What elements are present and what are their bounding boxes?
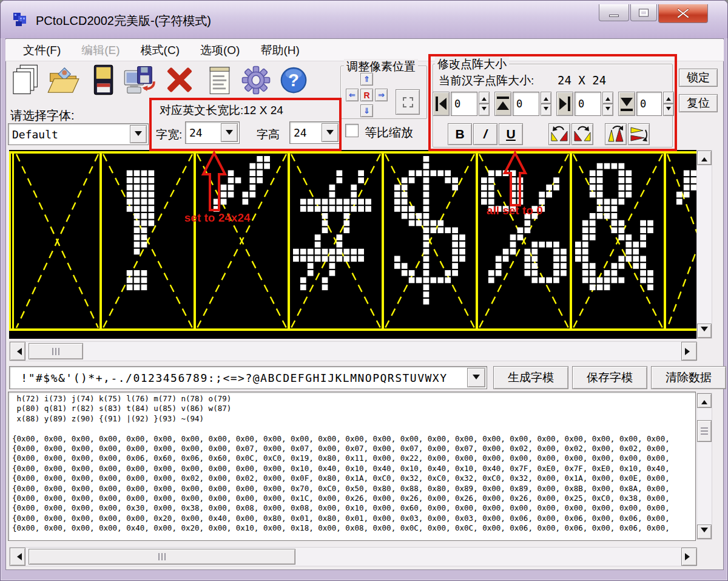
menu-mode[interactable]: 模式(C) <box>130 40 190 61</box>
char-width-value: 24 <box>186 126 220 139</box>
spin-down-button[interactable] <box>663 104 674 116</box>
scroll-left-button[interactable] <box>10 548 25 566</box>
save-font-button[interactable]: 保存字模 <box>572 366 647 389</box>
new-file-icon[interactable] <box>8 63 41 98</box>
char-height-label: 字高 <box>257 127 280 143</box>
rotate-left-button[interactable] <box>548 123 570 145</box>
flip-horizontal-button[interactable] <box>628 123 650 145</box>
output-hscrollbar[interactable] <box>9 547 696 566</box>
up-arrow-icon: ⇑ <box>363 75 370 84</box>
glyph-preview-grid[interactable] <box>9 150 696 339</box>
move-right-button[interactable]: ⇒ <box>375 89 388 101</box>
move-down-button[interactable]: ⇓ <box>360 104 373 117</box>
scrollbar-thumb[interactable] <box>697 420 712 442</box>
chevron-down-icon <box>135 131 142 140</box>
rotate-right-button[interactable] <box>571 123 593 145</box>
preview-vscrollbar[interactable] <box>696 150 712 339</box>
current-size-value: 24 X 24 <box>558 73 606 87</box>
right-edge-value[interactable]: 0 <box>575 92 601 116</box>
scroll-down-button[interactable] <box>697 324 712 338</box>
reset-position-button[interactable]: R <box>360 89 373 101</box>
minimize-button[interactable] <box>599 4 629 21</box>
scrollbar-thumb[interactable] <box>29 343 83 359</box>
font-select-label: 请选择字体: <box>10 107 75 124</box>
spin-up-button[interactable] <box>602 92 613 104</box>
menu-file[interactable]: 文件(F) <box>13 40 71 61</box>
output-lines: h(72) i(73) j(74) k(75) l(76) m(77) n(78… <box>12 394 694 539</box>
scroll-up-button[interactable] <box>697 151 712 165</box>
scale-checkbox[interactable] <box>345 124 359 137</box>
font-select-dropdown-button[interactable] <box>130 125 147 143</box>
spin-up-button[interactable] <box>479 92 490 104</box>
ratio-label: 对应英文长宽比:12 X 24 <box>160 103 283 118</box>
save-icon[interactable] <box>87 63 120 98</box>
help-icon[interactable]: ? <box>277 63 310 98</box>
top-edge-value[interactable]: 0 <box>513 92 539 116</box>
lock-button[interactable]: 锁定 <box>679 69 718 87</box>
output-line: {0x00, 0x00, 0x00, 0x00, 0x30, 0x00, 0x3… <box>12 503 694 513</box>
scroll-left-button[interactable] <box>10 342 25 361</box>
scroll-down-button[interactable] <box>697 525 712 539</box>
char-height-combo[interactable]: 24 <box>289 121 340 144</box>
scroll-up-button[interactable] <box>697 393 712 408</box>
spin-up-button[interactable] <box>541 92 551 104</box>
output-textarea[interactable]: h(72) i(73) j(74) k(75) l(76) m(77) n(78… <box>8 392 696 541</box>
generate-font-label: 生成字模 <box>508 370 554 386</box>
menu-options[interactable]: 选项(O) <box>190 40 250 61</box>
top-edge-button[interactable] <box>494 92 511 116</box>
font-select-combo[interactable]: Default <box>8 123 149 145</box>
generate-font-button[interactable]: 生成字模 <box>493 366 568 389</box>
move-up-button[interactable]: ⇑ <box>360 73 373 86</box>
rotate-left-icon <box>550 125 568 143</box>
spin-down-button[interactable] <box>479 104 490 116</box>
clear-data-label: 清除数据 <box>666 370 712 386</box>
scroll-right-button[interactable] <box>681 342 697 361</box>
reset-button[interactable]: 复位 <box>679 94 718 112</box>
maximize-icon <box>639 9 648 16</box>
clear-data-button[interactable]: 清除数据 <box>651 366 726 389</box>
code-notes-icon[interactable] <box>203 63 236 98</box>
spin-down-button[interactable] <box>602 104 613 116</box>
scroll-right-button[interactable] <box>681 548 697 566</box>
left-edge-value[interactable]: 0 <box>451 92 477 116</box>
flip-vertical-button[interactable] <box>605 123 627 145</box>
bottom-edge-icon <box>619 94 635 114</box>
top-edge-icon <box>495 94 511 114</box>
maximize-button[interactable] <box>630 4 657 21</box>
left-edge-button[interactable] <box>433 92 450 116</box>
pixel-position-title: 调整像素位置 <box>344 59 418 75</box>
spin-up-button[interactable] <box>663 92 674 104</box>
rotate-right-icon <box>573 125 592 143</box>
char-width-dropdown-button[interactable] <box>221 123 238 142</box>
right-edge-button[interactable] <box>556 92 573 116</box>
settings-icon[interactable] <box>240 63 272 98</box>
output-line: {0x00, 0x00, 0x00, 0x00, 0x00, 0x00, 0x0… <box>12 474 694 483</box>
italic-label: / <box>484 127 487 141</box>
menu-help[interactable]: 帮助(H) <box>250 40 309 61</box>
open-file-icon[interactable] <box>47 63 79 98</box>
charmap-combo[interactable]: !"#$%&'()*+,-./0123456789:;<=>?@ABCDEFGH… <box>9 366 487 389</box>
right-edge-spinner <box>602 92 613 116</box>
italic-button[interactable]: / <box>473 123 497 145</box>
close-button[interactable] <box>658 4 708 23</box>
move-left-button[interactable]: ⇐ <box>346 89 359 101</box>
save-to-disk-icon[interactable] <box>123 63 156 98</box>
center-glyph-button[interactable] <box>396 89 420 115</box>
bottom-edge-button[interactable] <box>618 92 635 116</box>
charmap-dropdown-button[interactable] <box>467 368 485 387</box>
scrollbar-thumb[interactable] <box>29 549 295 565</box>
char-width-combo[interactable]: 24 <box>185 121 240 144</box>
left-edge-spinner <box>479 92 490 116</box>
scale-checkbox-label: 等比缩放 <box>365 124 413 141</box>
char-height-dropdown-button[interactable] <box>322 123 339 142</box>
spin-down-button[interactable] <box>541 104 551 116</box>
delete-icon[interactable] <box>163 63 196 98</box>
down-arrow-icon: ⇓ <box>363 106 370 115</box>
output-vscrollbar[interactable] <box>696 393 712 540</box>
preview-hscrollbar[interactable] <box>9 341 696 361</box>
bottom-edge-value[interactable]: 0 <box>636 92 662 116</box>
bold-button[interactable]: B <box>448 123 472 145</box>
app-icon <box>13 10 30 27</box>
menu-edit[interactable]: 编辑(E) <box>71 40 130 61</box>
underline-button[interactable]: U <box>499 123 523 145</box>
